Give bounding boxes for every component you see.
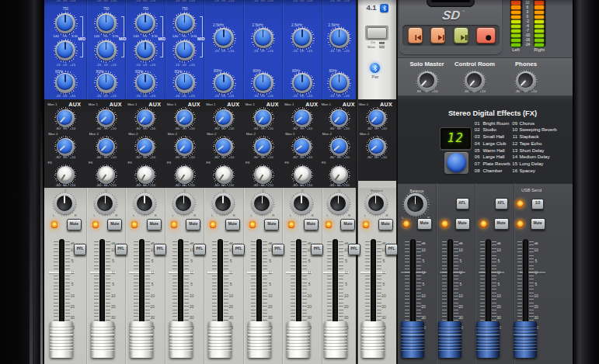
eq-mid-knob[interactable] xyxy=(251,26,275,50)
pan-knob[interactable] xyxy=(289,192,314,217)
aux-mon2-knob[interactable] xyxy=(174,136,196,158)
aux-mon2-range-unit: dB xyxy=(143,156,147,159)
afl-button[interactable]: AFL xyxy=(456,198,469,210)
eq-low-knob[interactable] xyxy=(251,71,275,95)
bus-mute-button[interactable]: Mute xyxy=(417,218,432,231)
mute-button[interactable]: Mute xyxy=(67,219,82,231)
transport-record-button[interactable] xyxy=(476,27,496,44)
aux-mon1-knob[interactable] xyxy=(366,107,388,129)
eq-low-knob[interactable] xyxy=(291,71,315,95)
fader-cap-blue[interactable] xyxy=(476,321,500,358)
usb-send-12-button[interactable]: 1/2 xyxy=(531,199,544,210)
aux-mon2-knob[interactable] xyxy=(252,136,274,158)
pfl-button[interactable]: PFL xyxy=(311,244,323,255)
mute-button[interactable]: Mute xyxy=(147,219,162,231)
fader-cap[interactable] xyxy=(248,321,271,358)
eq-mid-gain-knob[interactable] xyxy=(54,39,78,63)
eq-low-knob[interactable] xyxy=(94,71,118,95)
eq-mid-freq-knob[interactable] xyxy=(134,12,158,36)
aux-mon2-knob[interactable] xyxy=(134,136,156,158)
eq-mid-gain-knob[interactable] xyxy=(172,39,197,63)
fader-scale-label: 30 xyxy=(496,315,501,319)
pan-knob[interactable] xyxy=(132,192,157,217)
eq-mid-freq-knob[interactable] xyxy=(94,12,118,36)
pfl-button[interactable]: PFL xyxy=(385,244,398,255)
eq-mid-gain-knob[interactable] xyxy=(134,39,158,63)
fader-cap-blue[interactable] xyxy=(514,321,537,358)
mute-button[interactable]: Mute xyxy=(186,219,200,231)
fx-select-knob[interactable] xyxy=(447,153,466,172)
pan-knob[interactable] xyxy=(172,192,197,217)
fader-scale-label: 30 xyxy=(150,315,155,319)
fader-cap-blue[interactable] xyxy=(401,321,424,358)
aux-mon2-knob[interactable] xyxy=(213,136,235,158)
eq-mid-range-min: -15 xyxy=(135,64,140,67)
pfl-button[interactable]: PFL xyxy=(348,244,360,255)
fader-cap[interactable] xyxy=(50,321,73,358)
pan-knob[interactable] xyxy=(52,192,77,217)
transport-previous-button[interactable] xyxy=(408,27,423,44)
mute-button[interactable]: Mute xyxy=(107,219,122,231)
aux-mon2-knob[interactable] xyxy=(54,136,76,158)
eq-low-knob[interactable] xyxy=(54,71,78,95)
monitor-range-2: -80dB+10 xyxy=(515,90,537,93)
aux-fx-range-max: +10 xyxy=(150,184,155,187)
bus-mute-button[interactable]: Mute xyxy=(455,218,470,231)
eq-low-knob[interactable] xyxy=(327,71,351,95)
bluetooth-pair-button[interactable] xyxy=(370,63,380,73)
mute-button[interactable]: Mute xyxy=(225,219,240,231)
fader-scale-label: dB xyxy=(151,241,155,244)
pan-knob[interactable] xyxy=(93,192,118,217)
eq-low-knob[interactable] xyxy=(212,71,236,95)
eq-mid-gain-knob[interactable] xyxy=(94,39,118,63)
aux-mon2-knob[interactable] xyxy=(329,136,350,158)
afl-button[interactable]: AFL xyxy=(495,198,508,210)
aux-mon2-knob[interactable] xyxy=(366,136,388,158)
fader-cap[interactable] xyxy=(208,321,232,358)
bus-balance-knob[interactable] xyxy=(402,191,430,218)
onmute-switch[interactable] xyxy=(367,27,387,39)
transport-play-pause-button[interactable] xyxy=(454,27,468,44)
pfl-button[interactable]: PFL xyxy=(74,244,86,255)
pfl-button[interactable]: PFL xyxy=(272,244,284,255)
fader-cap[interactable] xyxy=(130,321,153,358)
pfl-button[interactable]: PFL xyxy=(232,244,245,255)
aux-mon1-knob[interactable] xyxy=(291,107,313,129)
fader-cap[interactable] xyxy=(169,321,193,358)
fader-cap[interactable] xyxy=(361,321,385,358)
pfl-button[interactable]: PFL xyxy=(154,244,166,255)
aux-mon1-knob[interactable] xyxy=(174,107,196,129)
aux-mon1-knob[interactable] xyxy=(252,107,274,129)
mute-button[interactable]: Mute xyxy=(264,219,279,231)
aux-mon1-knob[interactable] xyxy=(96,107,117,129)
eq-mid-freq-knob[interactable] xyxy=(172,12,197,36)
eq-mid-knob[interactable] xyxy=(291,26,315,50)
pan-knob[interactable] xyxy=(326,192,351,217)
mute-button[interactable]: Mute xyxy=(304,219,319,231)
pan-knob[interactable] xyxy=(364,192,388,217)
bus-mute-button[interactable]: Mute xyxy=(494,218,509,231)
aux-mon1-knob[interactable] xyxy=(134,107,156,129)
transport-next-button[interactable] xyxy=(430,27,445,44)
bus-mute-button[interactable]: Mute xyxy=(531,218,545,231)
eq-mid-freq-knob[interactable] xyxy=(54,12,78,36)
pfl-button[interactable]: PFL xyxy=(193,244,206,255)
aux-mon1-knob[interactable] xyxy=(54,107,76,129)
fader-cap[interactable] xyxy=(91,321,114,358)
pan-knob[interactable] xyxy=(250,192,275,217)
eq-mid-knob[interactable] xyxy=(212,26,236,50)
pfl-button[interactable]: PFL xyxy=(115,244,127,255)
eq-low-knob[interactable] xyxy=(134,71,158,95)
fader-cap-blue[interactable] xyxy=(438,321,461,358)
aux-mon1-knob[interactable] xyxy=(213,107,235,129)
pan-knob[interactable] xyxy=(211,192,235,217)
aux-mon1-knob[interactable] xyxy=(329,107,350,129)
mute-button[interactable]: Mute xyxy=(340,219,355,231)
aux-mon2-knob[interactable] xyxy=(96,136,117,158)
eq-low-knob[interactable] xyxy=(172,71,197,95)
mute-button[interactable]: Mute xyxy=(378,219,393,231)
aux-mon2-knob[interactable] xyxy=(291,136,313,158)
eq-mid-knob[interactable] xyxy=(327,26,351,50)
fader-cap[interactable] xyxy=(324,321,347,358)
fader-cap[interactable] xyxy=(287,321,310,358)
